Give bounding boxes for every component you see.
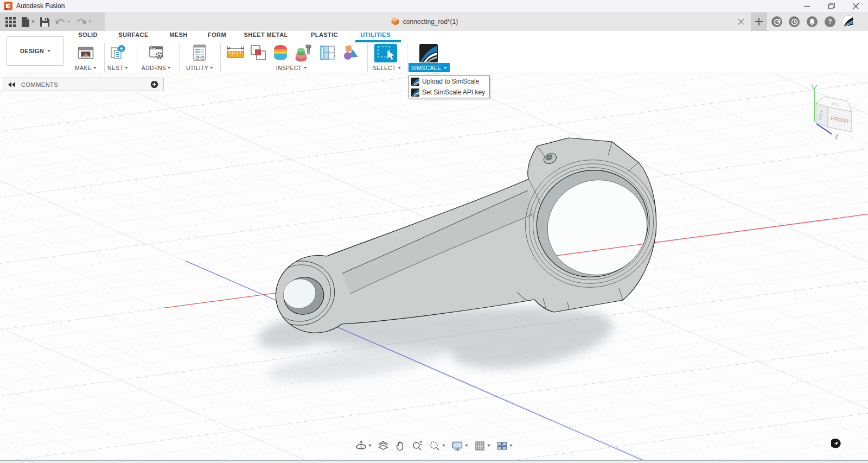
document-tab[interactable]: connecting_rod*(1)	[105, 12, 744, 31]
pan-button[interactable]	[393, 439, 407, 453]
simscale-logo-icon	[411, 88, 419, 97]
utility-sheet-icon	[192, 44, 208, 61]
add-comment-icon[interactable]	[150, 80, 158, 88]
simscale-tool-button[interactable]	[419, 44, 438, 65]
workspace-caret	[47, 50, 50, 52]
workspace-selector[interactable]: DESIGN	[7, 36, 64, 66]
grid-icon	[474, 440, 486, 452]
curvature-analysis-button[interactable]	[272, 44, 289, 64]
job-status-button[interactable]	[831, 439, 841, 448]
curvature-map-icon	[272, 44, 289, 61]
window-title: Autodesk Fusion	[16, 2, 65, 10]
simscale-dropdown-menu: Upload to SimScale Set SimScale API key	[409, 75, 490, 98]
save-icon	[40, 17, 49, 27]
file-icon	[21, 17, 30, 27]
menu-item-set-simscale-api-key[interactable]: Set SimScale API key	[409, 87, 489, 98]
section-analysis-icon	[319, 44, 336, 61]
make-button[interactable]	[77, 44, 94, 64]
title-bar: Autodesk Fusion	[0, 0, 868, 12]
fit-button[interactable]	[427, 439, 447, 453]
window-bottom-edge	[0, 460, 868, 463]
close-button[interactable]	[844, 0, 868, 12]
validate-button[interactable]	[295, 44, 313, 65]
display-settings-button[interactable]	[450, 439, 470, 453]
top-bar: connecting_rod*(1) ?	[0, 12, 868, 31]
tab-form[interactable]: FORM	[208, 31, 226, 41]
undo-caret	[67, 21, 71, 23]
look-at-button[interactable]	[376, 439, 391, 453]
make-label-dropdown[interactable]: MAKE	[75, 65, 97, 71]
add-ins-button[interactable]	[148, 44, 165, 64]
simscale-logo-icon	[411, 78, 419, 86]
scripts-add-ins-icon	[148, 44, 165, 61]
panel-separator	[367, 43, 368, 72]
job-history-button[interactable]	[789, 16, 800, 27]
interference-button[interactable]	[250, 44, 267, 64]
viewports-button[interactable]	[495, 439, 514, 453]
undo-button[interactable]	[54, 15, 72, 29]
minimize-button[interactable]	[795, 0, 819, 12]
nest-button[interactable]	[109, 44, 126, 64]
comments-label: COMMENTS	[21, 81, 145, 88]
orbit-icon	[355, 440, 367, 452]
orbit-button[interactable]	[354, 439, 373, 453]
simscale-logo-icon	[419, 44, 438, 62]
viewport-3d[interactable]: FRONT LEFT TOP Z COMMENTS Upload to SimS…	[0, 73, 868, 460]
navigation-toolbar	[354, 438, 514, 453]
save-button[interactable]	[39, 15, 50, 29]
look-at-icon	[378, 440, 389, 452]
measure-button[interactable]	[226, 44, 245, 64]
nest-label-dropdown[interactable]: NEST	[107, 65, 128, 71]
measure-icon	[226, 44, 245, 61]
document-tab-close-button[interactable]	[736, 16, 746, 27]
plus-icon	[755, 18, 763, 26]
select-icon	[374, 44, 397, 62]
add-ins-label-dropdown[interactable]: ADD-INS	[142, 65, 171, 71]
grid-and-snaps-button[interactable]	[473, 439, 492, 453]
comments-panel[interactable]: COMMENTS	[3, 78, 164, 91]
ribbon-toolbar: DESIGN SOLID SURFACE MESH FORM SHEET MET…	[0, 31, 868, 73]
new-tab-button[interactable]	[751, 12, 767, 31]
help-button[interactable]: ?	[825, 16, 835, 27]
panel-separator	[220, 43, 221, 72]
app-launcher-button[interactable]	[4, 15, 17, 29]
notifications-button[interactable]	[807, 16, 818, 27]
file-menu-button[interactable]	[20, 15, 36, 29]
user-avatar[interactable]	[842, 15, 855, 28]
utility-button[interactable]	[192, 44, 208, 64]
redo-icon	[76, 17, 87, 26]
tab-surface[interactable]: SURFACE	[118, 31, 148, 41]
display-settings-icon	[451, 440, 463, 452]
clock-icon	[791, 18, 798, 26]
select-button[interactable]	[374, 44, 397, 65]
tab-solid[interactable]: SOLID	[78, 31, 98, 41]
extensions-button[interactable]	[771, 16, 782, 27]
collapse-left-icon[interactable]	[8, 82, 16, 87]
component-color-cycling-button[interactable]	[342, 44, 360, 65]
select-label-dropdown[interactable]: SELECT	[373, 65, 401, 71]
simscale-label-dropdown[interactable]: SIMSCALE	[409, 63, 450, 72]
utility-label-dropdown[interactable]: UTILITY	[186, 65, 213, 71]
grid-menu-icon	[5, 17, 16, 27]
tab-mesh[interactable]: MESH	[169, 31, 187, 41]
panel-separator	[137, 43, 137, 72]
tab-utilities[interactable]: UTILITIES	[360, 31, 391, 41]
restore-button[interactable]	[819, 0, 844, 12]
zoom-button[interactable]	[410, 439, 425, 453]
inspect-label-dropdown[interactable]: INSPECT	[276, 65, 307, 71]
tab-sheet-metal[interactable]: SHEET METAL	[244, 31, 288, 41]
simscale-avatar-logo	[843, 16, 854, 28]
extensions-icon	[774, 18, 781, 26]
panel-separator	[104, 43, 105, 72]
document-tab-label: connecting_rod*(1)	[403, 18, 458, 26]
panel-separator	[179, 43, 180, 72]
menu-item-upload-to-simscale[interactable]: Upload to SimScale	[409, 76, 489, 87]
file-menu-caret	[31, 21, 35, 23]
document-cube-icon	[391, 17, 399, 26]
3d-printer-icon	[77, 44, 94, 61]
quick-access-toolbar	[0, 12, 105, 31]
section-analysis-button[interactable]	[319, 44, 336, 64]
redo-button[interactable]	[75, 15, 93, 29]
viewcube-z-label: Z	[835, 133, 839, 139]
tab-plastic[interactable]: PLASTIC	[311, 31, 338, 41]
